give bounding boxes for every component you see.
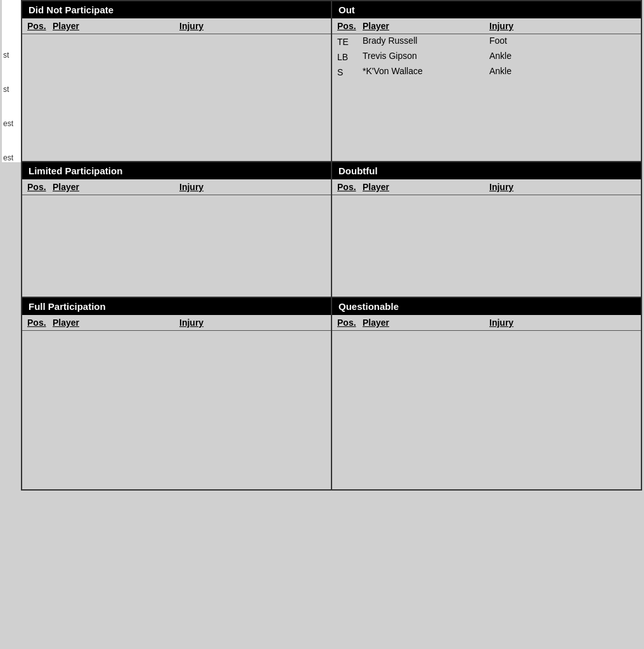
questionable-data bbox=[332, 331, 641, 489]
player-pos: TE bbox=[332, 35, 363, 48]
out-col-pos: Pos. bbox=[332, 21, 363, 31]
questionable-col-headers: Pos. Player Injury bbox=[332, 315, 641, 331]
dnp-col-pos: Pos. bbox=[22, 21, 53, 31]
doubtful-col-headers: Pos. Player Injury bbox=[332, 179, 641, 195]
dnp-col-injury: Injury bbox=[179, 21, 331, 31]
out-col-player: Player bbox=[363, 21, 489, 31]
row-limited-doubtful: Limited Participation Pos. Player Injury… bbox=[22, 162, 641, 298]
full-col-headers: Pos. Player Injury bbox=[22, 315, 331, 331]
limited-col-pos: Pos. bbox=[22, 182, 53, 192]
doubtful-data bbox=[332, 195, 641, 297]
sidebar-text-2: st bbox=[3, 85, 21, 94]
limited-col-headers: Pos. Player Injury bbox=[22, 179, 331, 195]
row-dnp-out: Did Not Participate Pos. Player Injury O… bbox=[22, 1, 641, 162]
doubtful-col-injury: Injury bbox=[489, 182, 641, 192]
limited-data bbox=[22, 195, 331, 297]
dnp-col-player: Player bbox=[53, 21, 179, 31]
doubtful-section: Doubtful Pos. Player Injury bbox=[332, 162, 641, 297]
full-title: Full Participation bbox=[22, 298, 331, 315]
doubtful-col-player: Player bbox=[363, 182, 489, 192]
row-full-questionable: Full Participation Pos. Player Injury Qu… bbox=[22, 298, 641, 491]
player-name: Trevis Gipson bbox=[363, 51, 489, 63]
out-data: TEBrady RussellFootLBTrevis GipsonAnkleS… bbox=[332, 34, 641, 161]
table-row: TEBrady RussellFoot bbox=[332, 34, 641, 49]
dnp-data bbox=[22, 34, 331, 161]
sidebar-text-1: st bbox=[3, 51, 21, 60]
dnp-section: Did Not Participate Pos. Player Injury bbox=[22, 1, 332, 161]
full-data bbox=[22, 331, 331, 489]
doubtful-title: Doubtful bbox=[332, 162, 641, 179]
out-col-headers: Pos. Player Injury bbox=[332, 18, 641, 34]
player-injury: Ankle bbox=[489, 51, 641, 63]
player-name: Brady Russell bbox=[363, 35, 489, 48]
questionable-col-player: Player bbox=[363, 318, 489, 328]
table-row: LBTrevis GipsonAnkle bbox=[332, 49, 641, 65]
injury-report-grid: Did Not Participate Pos. Player Injury O… bbox=[21, 0, 642, 491]
dnp-col-headers: Pos. Player Injury bbox=[22, 18, 331, 34]
sidebar-text-4: est bbox=[3, 153, 21, 162]
full-col-injury: Injury bbox=[179, 318, 331, 328]
player-pos: S bbox=[332, 66, 363, 79]
player-injury: Foot bbox=[489, 35, 641, 48]
player-name: *K'Von Wallace bbox=[363, 66, 489, 79]
limited-title: Limited Participation bbox=[22, 162, 331, 179]
doubtful-col-pos: Pos. bbox=[332, 182, 363, 192]
player-pos: LB bbox=[332, 51, 363, 63]
full-col-player: Player bbox=[53, 318, 179, 328]
table-row: S*K'Von WallaceAnkle bbox=[332, 65, 641, 80]
dnp-title: Did Not Participate bbox=[22, 1, 331, 18]
questionable-section: Questionable Pos. Player Injury bbox=[332, 298, 641, 489]
questionable-col-pos: Pos. bbox=[332, 318, 363, 328]
questionable-col-injury: Injury bbox=[489, 318, 641, 328]
limited-col-injury: Injury bbox=[179, 182, 331, 192]
limited-col-player: Player bbox=[53, 182, 179, 192]
out-col-injury: Injury bbox=[489, 21, 641, 31]
limited-section: Limited Participation Pos. Player Injury bbox=[22, 162, 332, 297]
sidebar: st st est est bbox=[2, 0, 21, 162]
full-section: Full Participation Pos. Player Injury bbox=[22, 298, 332, 489]
out-section: Out Pos. Player Injury TEBrady RussellFo… bbox=[332, 1, 641, 161]
questionable-title: Questionable bbox=[332, 298, 641, 315]
sidebar-text-3: est bbox=[3, 119, 21, 128]
full-col-pos: Pos. bbox=[22, 318, 53, 328]
out-title: Out bbox=[332, 1, 641, 18]
player-injury: Ankle bbox=[489, 66, 641, 79]
